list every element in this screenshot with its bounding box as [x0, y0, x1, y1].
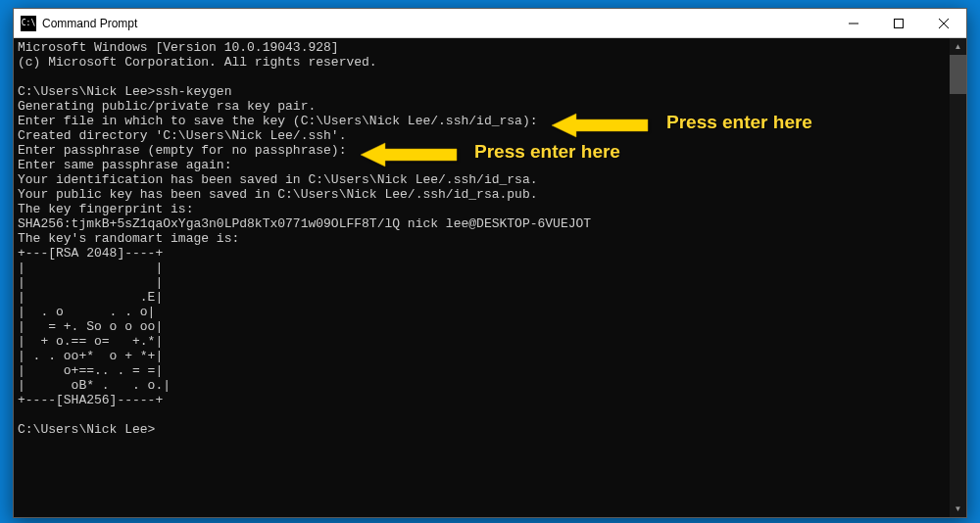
window-controls	[831, 9, 966, 37]
terminal-output[interactable]: Microsoft Windows [Version 10.0.19043.92…	[14, 38, 950, 517]
annotation-label-1: Press enter here	[666, 112, 812, 133]
window-title: Command Prompt	[42, 17, 831, 30]
scrollbar-up-icon[interactable]: ▲	[950, 38, 966, 55]
terminal-area: Microsoft Windows [Version 10.0.19043.92…	[14, 38, 966, 517]
minimize-button[interactable]	[831, 9, 876, 37]
annotation-label-2: Press enter here	[474, 141, 620, 163]
command-prompt-window: C:\ Command Prompt Microsoft Windows [Ve…	[13, 8, 967, 518]
scrollbar-thumb[interactable]	[950, 55, 966, 94]
scrollbar-down-icon[interactable]: ▼	[950, 500, 966, 517]
titlebar[interactable]: C:\ Command Prompt	[14, 9, 966, 38]
cmd-icon: C:\	[21, 16, 36, 31]
maximize-button[interactable]	[876, 9, 921, 37]
scrollbar[interactable]: ▲ ▼	[950, 38, 966, 517]
close-button[interactable]	[921, 9, 966, 37]
svg-rect-1	[895, 19, 904, 27]
